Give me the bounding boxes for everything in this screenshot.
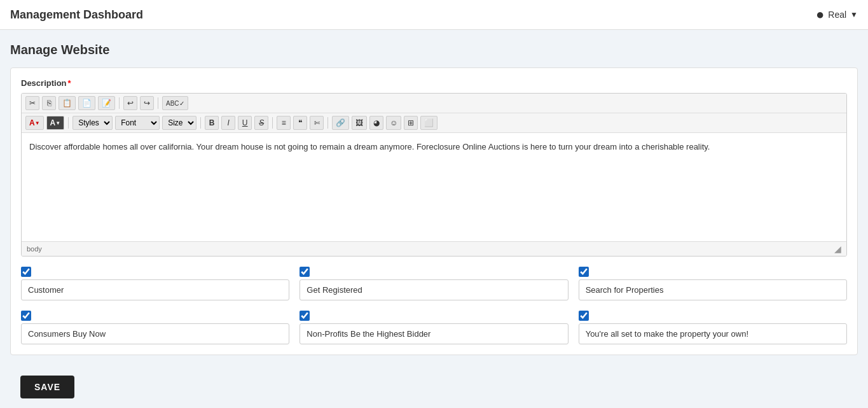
iframe-button[interactable]: ⬜ <box>420 116 437 130</box>
spellcheck-button[interactable]: ABC✓ <box>162 96 188 110</box>
page-title: Manage Website <box>10 43 858 57</box>
divider <box>119 97 120 109</box>
checkbox-row-3 <box>579 267 847 277</box>
resize-handle[interactable]: ◢ <box>834 244 841 254</box>
checkbox-item-all-set: You're all set to make the property your… <box>579 311 847 344</box>
checkbox-row-6 <box>579 311 847 321</box>
size-select[interactable]: Size <box>162 116 196 130</box>
cut-button[interactable]: ✂ <box>25 96 39 110</box>
strike-dollar-button[interactable]: ✄ <box>310 116 324 130</box>
blockquote-button[interactable]: ❝ <box>293 116 307 130</box>
checkbox-item-get-registered: Get Registered <box>300 267 568 300</box>
label-all-set: You're all set to make the property your… <box>579 323 847 344</box>
checkbox-item-search-properties: Search for Properties <box>579 267 847 300</box>
editor-toolbar-bottom: A▼ A▼ Styles Font Size B I U S ≡ <box>22 113 846 133</box>
checkbox-row-2 <box>300 267 568 277</box>
description-card: Description* ✂ ⎘ 📋 📄 📝 ↩ ↪ ABC✓ A▼ A▼ <box>10 67 858 355</box>
redo-button[interactable]: ↪ <box>140 96 154 110</box>
media-button[interactable]: ◕ <box>369 116 383 130</box>
underline-button[interactable]: U <box>238 116 252 130</box>
save-bar: SAVE <box>10 368 858 406</box>
checkbox-customer[interactable] <box>21 267 31 277</box>
bold-button[interactable]: B <box>205 116 219 130</box>
link-button[interactable]: 🔗 <box>332 116 349 130</box>
divider3 <box>68 117 69 129</box>
label-consumers-buy: Consumers Buy Now <box>21 323 289 344</box>
editor-tag-indicator: body <box>27 245 42 253</box>
checkbox-item-customer: Customer <box>21 267 289 300</box>
checkbox-all-set[interactable] <box>579 311 589 321</box>
font-select[interactable]: Font <box>115 116 160 130</box>
font-color-button[interactable]: A▼ <box>25 116 44 130</box>
undo-button[interactable]: ↩ <box>123 96 137 110</box>
page-content: Manage Website Description* ✂ ⎘ 📋 📄 📝 ↩ … <box>0 30 868 408</box>
checkbox-get-registered[interactable] <box>300 267 310 277</box>
checkbox-row-4 <box>21 311 289 321</box>
checkbox-nonprofits[interactable] <box>300 311 310 321</box>
checkbox-item-consumers-buy: Consumers Buy Now <box>21 311 289 344</box>
label-nonprofits: Non-Profits Be the Highest Bidder <box>300 323 568 344</box>
paste-button[interactable]: 📋 <box>59 96 76 110</box>
emoji-button[interactable]: ☺ <box>386 116 401 130</box>
editor-content-area[interactable]: Discover affordable homes all over calif… <box>22 133 846 241</box>
divider2 <box>158 97 158 109</box>
checkbox-item-nonprofits: Non-Profits Be the Highest Bidder <box>300 311 568 344</box>
divider6 <box>327 117 328 129</box>
label-get-registered: Get Registered <box>300 279 568 300</box>
checkbox-search-properties[interactable] <box>579 267 589 277</box>
bg-color-button[interactable]: A▼ <box>46 116 65 130</box>
paste-plain-button[interactable]: 📝 <box>98 96 115 110</box>
app-title: Management Dashboard <box>10 8 143 22</box>
divider4 <box>200 117 201 129</box>
label-search-properties: Search for Properties <box>579 279 847 300</box>
italic-button[interactable]: I <box>221 116 235 130</box>
save-button[interactable]: SAVE <box>20 376 74 398</box>
rich-text-editor: ✂ ⎘ 📋 📄 📝 ↩ ↪ ABC✓ A▼ A▼ Styles <box>21 93 847 257</box>
user-avatar-icon: ● <box>816 6 824 23</box>
chevron-down-icon: ▼ <box>850 10 858 19</box>
editor-toolbar-top: ✂ ⎘ 📋 📄 📝 ↩ ↪ ABC✓ <box>22 94 846 113</box>
strikethrough-button[interactable]: S <box>254 116 268 130</box>
checkbox-consumers-buy[interactable] <box>21 311 31 321</box>
top-bar: Management Dashboard ● Real ▼ <box>0 0 868 30</box>
description-label: Description* <box>21 78 847 88</box>
username-label: Real <box>828 10 846 20</box>
checkbox-row-1 <box>21 267 289 277</box>
checkbox-grid: Customer Get Registered Search for Prope… <box>21 267 847 344</box>
editor-footer: body ◢ <box>22 241 846 256</box>
divider5 <box>272 117 273 129</box>
editor-text: Discover affordable homes all over calif… <box>29 142 710 151</box>
checkbox-row-5 <box>300 311 568 321</box>
label-customer: Customer <box>21 279 289 300</box>
required-indicator: * <box>68 78 71 88</box>
user-menu[interactable]: ● Real ▼ <box>816 6 858 23</box>
paste-word-button[interactable]: 📄 <box>78 96 95 110</box>
table-button[interactable]: ⊞ <box>404 116 418 130</box>
copy-button[interactable]: ⎘ <box>42 96 56 110</box>
image-button[interactable]: 🖼 <box>352 116 367 130</box>
unordered-list-button[interactable]: ≡ <box>277 116 291 130</box>
styles-select[interactable]: Styles <box>72 116 113 130</box>
